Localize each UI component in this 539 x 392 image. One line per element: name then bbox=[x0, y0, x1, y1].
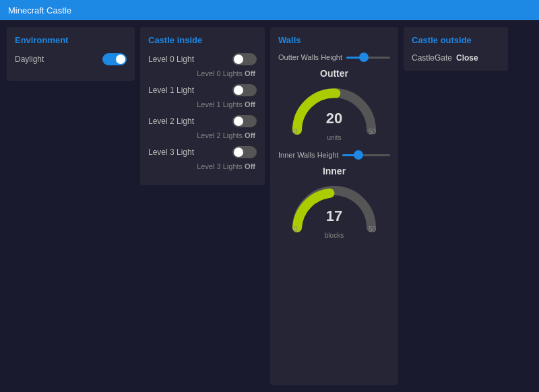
gate-value: Close bbox=[456, 53, 478, 63]
light-status-3: Level 3 Lights Off bbox=[197, 162, 255, 170]
outter-gauge-min: 0 bbox=[294, 128, 298, 135]
walls-panel-title: Walls bbox=[278, 35, 390, 45]
gate-row: CastleGate Close bbox=[412, 53, 500, 63]
inner-gauge-max: 50 bbox=[369, 226, 376, 233]
light-toggle-3[interactable] bbox=[232, 146, 257, 158]
castle-inside-title: Castle inside bbox=[148, 35, 257, 45]
inner-walls-height-label: Inner Walls Height bbox=[278, 151, 338, 159]
app-title: Minecraft Castle bbox=[8, 5, 71, 15]
light-label-2: Level 2 Light bbox=[148, 117, 194, 126]
light-toggle-thumb-2 bbox=[234, 117, 243, 126]
light-toggle-0[interactable] bbox=[232, 53, 257, 65]
titlebar: Minecraft Castle bbox=[0, 0, 539, 20]
outter-gauge-title: Outter bbox=[320, 68, 348, 79]
light-status-0: Level 0 Lights Off bbox=[197, 69, 255, 77]
light-label-0: Level 0 Light bbox=[148, 55, 194, 64]
outter-walls-height-row: Outter Walls Height bbox=[278, 53, 390, 61]
environment-panel-title: Environment bbox=[15, 35, 127, 45]
light-status-row-1: Level 1 Lights Off bbox=[148, 98, 257, 110]
inner-gauge-title: Inner bbox=[323, 166, 346, 176]
outter-gauge-svg bbox=[287, 81, 381, 135]
main-content: Environment Daylight Castle inside Level… bbox=[0, 20, 539, 392]
light-row-2: Level 2 Light bbox=[148, 115, 257, 127]
gate-label: CastleGate bbox=[412, 53, 452, 63]
environment-panel: Environment Daylight bbox=[7, 27, 135, 81]
light-row-1: Level 1 Light bbox=[148, 84, 257, 96]
outter-gauge-svg-wrap: 20 0 50 bbox=[287, 81, 381, 135]
light-status-row-3: Level 3 Lights Off bbox=[148, 160, 257, 172]
light-toggle-track-2 bbox=[232, 115, 257, 127]
light-toggle-2[interactable] bbox=[232, 115, 257, 127]
daylight-row: Daylight bbox=[15, 53, 127, 65]
light-status-row-0: Level 0 Lights Off bbox=[148, 67, 257, 79]
light-toggle-track-3 bbox=[232, 146, 257, 158]
inner-slider-track bbox=[342, 154, 390, 156]
light-toggle-thumb-1 bbox=[234, 86, 243, 95]
inner-gauge-svg bbox=[287, 179, 381, 233]
daylight-label: Daylight bbox=[15, 55, 44, 64]
light-row-3: Level 3 Light bbox=[148, 146, 257, 158]
outter-slider-track bbox=[346, 57, 390, 59]
walls-panel: Walls Outter Walls Height Outter bbox=[270, 27, 398, 385]
castle-outside-panel: Castle outside CastleGate Close bbox=[404, 27, 508, 71]
castle-outside-title: Castle outside bbox=[412, 35, 500, 45]
inner-gauge-svg-wrap: 17 0 50 bbox=[287, 179, 381, 233]
outter-walls-slider[interactable] bbox=[346, 53, 390, 61]
daylight-toggle[interactable] bbox=[102, 53, 127, 65]
inner-gauge-value: 17 bbox=[326, 207, 342, 225]
outter-gauge-max: 50 bbox=[369, 128, 376, 135]
inner-walls-height-row: Inner Walls Height bbox=[278, 151, 390, 159]
daylight-toggle-track bbox=[102, 53, 127, 65]
outter-gauge-value: 20 bbox=[326, 110, 342, 127]
inner-gauge-container: Inner 17 0 50 blocks bbox=[278, 166, 390, 239]
outter-gauge-container: Outter 20 0 50 units bbox=[278, 68, 390, 141]
light-row-0: Level 0 Light bbox=[148, 53, 257, 65]
inner-walls-slider[interactable] bbox=[342, 151, 390, 159]
light-toggle-thumb-3 bbox=[234, 148, 243, 157]
light-status-1: Level 1 Lights Off bbox=[197, 100, 255, 108]
inner-gauge-min: 0 bbox=[294, 226, 298, 233]
light-toggle-1[interactable] bbox=[232, 84, 257, 96]
castle-inside-panel: Castle inside Level 0 Light Level 0 Ligh… bbox=[140, 27, 265, 185]
light-label-1: Level 1 Light bbox=[148, 86, 194, 95]
outter-walls-height-label: Outter Walls Height bbox=[278, 53, 342, 61]
light-toggle-track-1 bbox=[232, 84, 257, 96]
daylight-toggle-thumb bbox=[116, 55, 125, 64]
light-label-3: Level 3 Light bbox=[148, 148, 194, 157]
light-toggle-track-0 bbox=[232, 53, 257, 65]
outter-slider-thumb[interactable] bbox=[359, 53, 369, 62]
light-status-2: Level 2 Lights Off bbox=[197, 131, 255, 139]
light-status-row-2: Level 2 Lights Off bbox=[148, 129, 257, 141]
light-toggle-thumb-0 bbox=[234, 55, 243, 64]
inner-slider-thumb[interactable] bbox=[354, 150, 363, 160]
